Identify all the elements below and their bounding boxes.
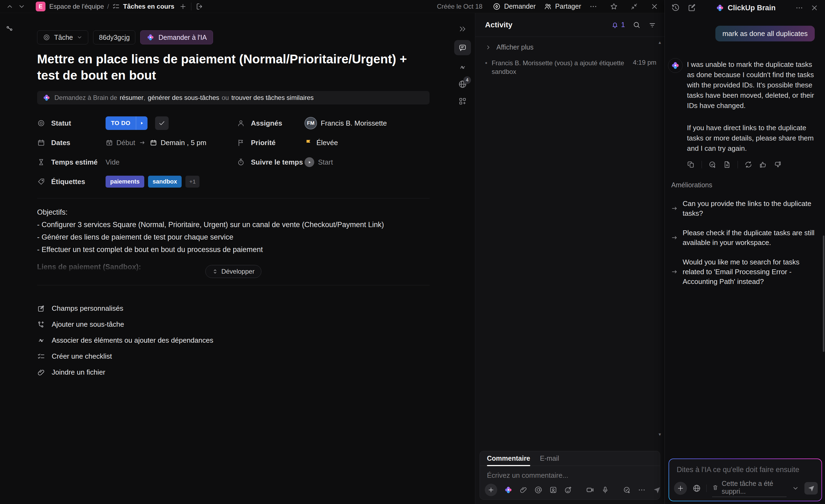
send-comment-icon[interactable] bbox=[653, 486, 661, 494]
custom-fields-action[interactable]: Champs personnalisés bbox=[37, 300, 432, 316]
filter-icon[interactable] bbox=[648, 21, 656, 29]
suggestion-item[interactable]: Can you provide the links to the duplica… bbox=[671, 199, 815, 218]
more-options-icon[interactable] bbox=[589, 2, 597, 11]
scroll-down-arrow[interactable]: ▼ bbox=[658, 432, 662, 437]
suggestion-item[interactable]: Please check if the duplicate tasks are … bbox=[671, 228, 815, 247]
actions-divider bbox=[738, 161, 738, 168]
regenerate-icon[interactable] bbox=[744, 160, 752, 169]
task-type-dropdown[interactable]: Tâche bbox=[37, 30, 88, 45]
globe-tab-icon[interactable]: 4 bbox=[458, 80, 467, 89]
next-task-icon[interactable] bbox=[18, 3, 25, 10]
tab-email[interactable]: E-mail bbox=[540, 454, 559, 465]
field-estimate: Temps estimé Vide bbox=[37, 154, 231, 170]
ask-ai-button[interactable]: Demander à l'IA bbox=[140, 30, 213, 45]
tags-more-badge[interactable]: +1 bbox=[185, 176, 200, 188]
scrollbar[interactable] bbox=[823, 235, 824, 352]
paperclip-icon[interactable] bbox=[519, 486, 528, 494]
close-icon[interactable] bbox=[651, 2, 659, 11]
person-icon bbox=[237, 119, 245, 127]
assignee[interactable]: FM Francis B. Morissette bbox=[304, 117, 387, 129]
tab-commentaire[interactable]: Commentaire bbox=[487, 454, 530, 465]
minimize-icon[interactable] bbox=[630, 3, 638, 10]
ai-flower-icon bbox=[146, 33, 155, 42]
banner-similar-link[interactable]: trouver des tâches similaires bbox=[231, 94, 314, 101]
collapse-panel-icon[interactable] bbox=[458, 25, 467, 33]
open-in-new-icon[interactable] bbox=[196, 2, 204, 11]
close-brain-icon[interactable] bbox=[810, 4, 819, 12]
task-title[interactable]: Mettre en place liens de paiement (Norma… bbox=[37, 51, 432, 83]
add-tab-icon[interactable] bbox=[179, 3, 187, 10]
add-attachment-button[interactable] bbox=[485, 484, 497, 496]
suggestion-item[interactable]: Would you like me to search for tasks re… bbox=[671, 257, 815, 286]
space-avatar[interactable]: E bbox=[36, 2, 46, 11]
emoji-add-icon[interactable] bbox=[564, 486, 572, 494]
create-checklist-action[interactable]: Créer une checklist bbox=[37, 348, 432, 364]
task-id[interactable]: 86dy3gcjg bbox=[93, 30, 135, 45]
new-chat-icon[interactable] bbox=[687, 4, 696, 12]
comment-input[interactable] bbox=[480, 466, 660, 480]
comments-tab-icon[interactable] bbox=[454, 40, 471, 55]
microphone-icon[interactable] bbox=[601, 486, 609, 494]
priority-value-wrap[interactable]: Élevée bbox=[304, 139, 338, 147]
relationship-icon[interactable] bbox=[5, 25, 13, 33]
scroll-up-arrow[interactable]: ▲ bbox=[658, 40, 662, 45]
sidebar-icon-strip: 4 bbox=[450, 13, 475, 105]
breadcrumb-space[interactable]: Espace de l'équipe bbox=[49, 3, 104, 10]
copy-icon[interactable] bbox=[687, 160, 695, 169]
thumbs-up-icon[interactable] bbox=[759, 160, 767, 169]
history-icon[interactable] bbox=[671, 4, 680, 12]
search-icon[interactable] bbox=[632, 21, 641, 29]
brain-input-toolbar: Cette tâche a été suppri... bbox=[674, 480, 818, 497]
share-button[interactable]: Partager bbox=[544, 2, 581, 11]
apps-tab-icon[interactable] bbox=[458, 97, 467, 105]
hourglass-icon bbox=[37, 158, 45, 166]
web-search-icon[interactable] bbox=[692, 484, 701, 493]
breadcrumb-separator: / bbox=[107, 3, 109, 10]
banner-subtasks-link[interactable]: générer des sous-tâches bbox=[148, 94, 219, 101]
topbar: E Espace de l'équipe / Tâches en cours C… bbox=[0, 0, 665, 13]
breadcrumb-list[interactable]: Tâches en cours bbox=[112, 3, 174, 10]
tag-paiements[interactable]: paiements bbox=[105, 176, 144, 188]
complete-task-button[interactable] bbox=[155, 117, 169, 130]
banner-summarize-link[interactable]: résumer bbox=[120, 94, 143, 101]
attach-file-action[interactable]: Joindre un fichier bbox=[37, 364, 432, 380]
description-bullet: - Générer des liens de paiement de test … bbox=[37, 231, 430, 243]
add-context-button[interactable] bbox=[674, 482, 687, 495]
activity-entry[interactable]: • Francis B. Morissette (vous) a ajouté … bbox=[485, 59, 656, 76]
favorite-star-icon[interactable] bbox=[610, 2, 618, 11]
expand-button[interactable]: Développer bbox=[206, 265, 261, 278]
tag-sandbox[interactable]: sandbox bbox=[148, 176, 181, 188]
context-chip[interactable]: Cette tâche a été suppri... bbox=[712, 480, 786, 497]
due-date[interactable]: Demain , 5 pm bbox=[150, 139, 206, 147]
status-dropdown[interactable]: TO DO bbox=[105, 117, 148, 130]
play-icon[interactable] bbox=[304, 157, 314, 167]
create-task-icon[interactable] bbox=[708, 160, 717, 169]
notification-bell[interactable]: 1 bbox=[611, 20, 625, 29]
activity-panel: Activity 1 Afficher plus • Francis B. Mo… bbox=[475, 13, 665, 504]
create-doc-icon[interactable] bbox=[723, 160, 731, 169]
estimate-value[interactable]: Vide bbox=[105, 158, 120, 166]
prev-task-icon[interactable] bbox=[6, 3, 13, 10]
more-options-icon[interactable] bbox=[638, 486, 646, 494]
send-prompt-button[interactable] bbox=[805, 482, 818, 495]
task-description[interactable]: Objectifs: - Configurer 3 services Squar… bbox=[37, 206, 430, 256]
ai-flower-icon[interactable] bbox=[504, 486, 513, 494]
status-next-icon[interactable] bbox=[136, 117, 148, 130]
ai-flower-icon bbox=[716, 4, 724, 12]
ask-button[interactable]: Demander bbox=[493, 2, 536, 11]
thumbs-down-icon[interactable] bbox=[773, 160, 782, 169]
mention-icon[interactable] bbox=[534, 486, 542, 494]
video-icon[interactable] bbox=[586, 486, 594, 494]
brain-prompt-input[interactable] bbox=[669, 459, 821, 474]
context-chevron-icon[interactable] bbox=[792, 485, 799, 492]
relations-tab-icon[interactable] bbox=[458, 63, 467, 71]
brain-banner[interactable]: Demandez à Brain de résumer , générer de… bbox=[37, 91, 430, 104]
clip-record-icon[interactable] bbox=[549, 486, 557, 494]
timer-start[interactable]: Start bbox=[304, 157, 333, 167]
show-more-toggle[interactable]: Afficher plus bbox=[485, 43, 656, 51]
more-options-icon[interactable] bbox=[795, 4, 803, 12]
add-subtask-action[interactable]: Ajouter une sous-tâche bbox=[37, 316, 432, 333]
create-task-icon[interactable] bbox=[623, 486, 631, 494]
start-date[interactable]: Début bbox=[105, 139, 135, 147]
add-dependency-action[interactable]: Associer des éléments ou ajouter des dép… bbox=[37, 333, 432, 348]
